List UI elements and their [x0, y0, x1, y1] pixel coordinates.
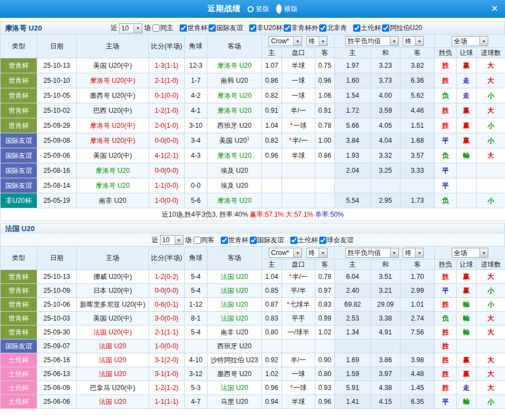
result-cell: 胜 [435, 298, 457, 312]
scope-select[interactable]: 全场▼ [452, 248, 488, 258]
handicap-line-cell: 一/球半 [282, 326, 315, 339]
filter-label: 非青杯外 [291, 23, 318, 33]
results-table: 类型 日期 主场 比分(半场) 角球 客场 Crow*▼ 终▼ 胜平负均值▼ 终… [0, 34, 505, 221]
handicap-home-odds-cell [262, 339, 282, 353]
avg-odds-select[interactable]: 胜平负均值▼ [345, 36, 399, 46]
avg-away-odds-cell: 7.56 [400, 326, 435, 339]
filter-checkbox[interactable] [290, 237, 298, 244]
filter-option[interactable]: 阿拉伯U20 [382, 23, 422, 33]
filter-option[interactable]: 国际友谊 [250, 236, 284, 245]
avg-draw-odds-cell: 29.09 [371, 298, 400, 312]
avg-time-select[interactable]: 终▼ [403, 248, 424, 258]
match-row: 世青杯25-10-02巴西 U20(中)1-2(1-0)4-1摩洛哥 U200.… [1, 103, 505, 118]
filter-checkbox[interactable] [382, 24, 389, 32]
subheader-away-odds: 客 [315, 259, 335, 270]
handicap-line-cell: *一球 [282, 381, 315, 395]
home-team-cell: 南非 U20 [77, 193, 149, 208]
bookmaker-select[interactable]: Crow*▼ [269, 248, 302, 258]
filter-option[interactable]: 土伦杯 [290, 236, 318, 245]
handicap-away-odds-cell: 1.00 [315, 133, 335, 148]
subheader-avg-away: 客 [400, 48, 435, 58]
corner-cell: 3-12 [185, 367, 207, 381]
avg-draw-odds-cell: 4.04 [371, 133, 400, 148]
bookmaker-select-value: Crow* [271, 249, 289, 257]
match-count-select[interactable]: 10 ▼ [160, 235, 184, 245]
corner-cell: 12-3 [185, 58, 207, 73]
corner-cell: 4-7 [185, 395, 207, 409]
match-row: 土伦杯25-06-06法国 U201-1(1-1)4-7马里 U200.94半球… [1, 395, 505, 409]
corner-cell: 5-4 [185, 284, 207, 298]
competition-type-cell: 土伦杯 [1, 395, 37, 409]
filter-option[interactable]: 同主 [152, 23, 174, 33]
competition-type-cell: 世青杯 [1, 58, 37, 73]
away-team-cell: 摩洛哥 U20 [207, 193, 262, 208]
layout-radio-vertical[interactable]: 竖版 [247, 4, 269, 14]
competition-type-cell: 国际友谊 [1, 148, 37, 163]
filter-option[interactable]: 同客 [194, 236, 215, 245]
competition-type-cell: 国际友谊 [1, 133, 37, 148]
competition-type-cell: 国际友谊 [1, 339, 37, 353]
avg-draw-odds-cell: 4.15 [371, 395, 400, 409]
competition-type-cell: 世青杯 [1, 326, 37, 339]
handicap-line-cell [282, 163, 315, 178]
filter-checkbox[interactable] [353, 24, 360, 32]
odds-time-select[interactable]: 终▼ [306, 248, 328, 258]
filter-option[interactable]: 球会友谊 [319, 236, 354, 245]
filter-checkbox[interactable] [319, 24, 326, 32]
filter-option[interactable]: 土伦杯 [353, 23, 381, 33]
filter-option[interactable]: 非U20杯 [249, 23, 283, 33]
odds-time-select[interactable]: 终▼ [306, 36, 328, 46]
avg-time-select[interactable]: 终▼ [403, 36, 424, 46]
corner-cell: 4-1 [185, 103, 207, 118]
filter-label: 世青杯 [229, 236, 249, 245]
corner-cell: 4-2 [185, 88, 207, 103]
match-row: 世青杯25-10-10摩洛哥 U20(中)2-1(1-0)1-7南韩 U200.… [1, 73, 505, 88]
match-count-select[interactable]: 10 ▼ [119, 23, 142, 33]
home-team-cell: 挪威 U20(中) [77, 270, 149, 284]
filter-checkbox[interactable] [284, 24, 291, 32]
avg-home-odds-cell: 1.93 [335, 148, 371, 163]
handicap-away-odds-cell: 0.96 [315, 395, 335, 409]
bookmaker-select[interactable]: Crow*▼ [269, 36, 302, 46]
filter-checkbox[interactable] [209, 24, 216, 32]
subheader-handicap: 盘口 [282, 259, 315, 270]
goals-cell: 大 [477, 103, 505, 118]
filter-label: 同客 [201, 236, 215, 245]
filter-option[interactable]: 国际友谊 [209, 23, 243, 33]
chevron-down-icon: ▼ [415, 248, 423, 257]
avg-odds-group: 胜平负均值▼ 终▼ [335, 35, 435, 48]
avg-draw-odds-cell: 3.97 [371, 367, 400, 381]
away-team-cell: 摩洛哥 U20 [207, 103, 262, 118]
handicap-away-odds-cell [315, 339, 335, 353]
avg-home-odds-cell: 3.84 [335, 133, 371, 148]
close-icon[interactable]: ✕ [491, 4, 498, 14]
filter-option[interactable]: 北非青 [319, 23, 347, 33]
filter-checkbox[interactable] [152, 24, 160, 32]
handicap-away-odds-cell: 0.90 [315, 353, 335, 367]
filter-option[interactable]: 世青杯 [221, 236, 249, 245]
avg-away-odds-cell: 5.62 [400, 88, 435, 103]
home-team-cell: 美国 U20(中) [77, 312, 149, 326]
match-row: 世青杯25-10-13美国 U20(中)1-3(1-1)12-3摩洛哥 U201… [1, 58, 505, 73]
layout-radio-horizontal[interactable]: 横版 [276, 4, 298, 14]
avg-odds-select[interactable]: 胜平负均值▼ [345, 248, 399, 258]
scope-select[interactable]: 全场▼ [452, 36, 488, 46]
filter-checkbox[interactable] [221, 237, 228, 244]
filter-checkbox[interactable] [250, 237, 257, 244]
filter-option[interactable]: 世青杯 [180, 23, 207, 33]
date-cell: 25-10-03 [37, 312, 77, 326]
avg-draw-odds-cell: 3.21 [371, 284, 400, 298]
handicap-home-odds-cell [262, 178, 282, 193]
filter-checkbox[interactable] [249, 24, 256, 32]
handicap-line-cell [282, 178, 315, 193]
favorite-star-icon: * [289, 137, 292, 144]
filter-checkbox[interactable] [319, 237, 326, 244]
filter-checkbox[interactable] [194, 237, 201, 244]
match-row: 世青杯25-09-29摩洛哥 U20(中)2-0(1-0)3-10西班牙 U20… [1, 118, 505, 133]
filter-option[interactable]: 非青杯外 [284, 23, 318, 33]
date-cell: 25-05-19 [37, 193, 77, 208]
competition-type-cell: 世青杯 [1, 298, 37, 312]
handicap-result-cell: 赢 [457, 118, 477, 133]
avg-home-odds-cell: 1.69 [335, 353, 371, 367]
filter-checkbox[interactable] [180, 24, 187, 32]
